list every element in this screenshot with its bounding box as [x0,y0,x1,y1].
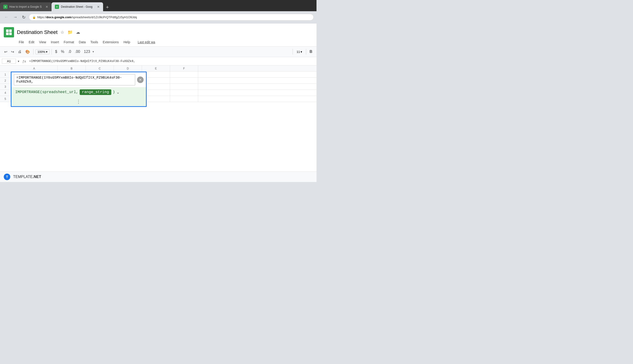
sheets-logo-grid [6,30,12,35]
tab-1[interactable]: + How to Import a Google S ✕ [0,2,52,11]
footer-brand-plain: TEMPLATE [13,175,33,179]
expand-icon[interactable]: ⌄ [116,90,119,94]
row-header-5: 5 [0,96,11,102]
toolbar-divider-2 [52,49,52,54]
dec-left-button[interactable]: .0 [67,49,72,55]
menu-file[interactable]: File [17,39,26,45]
bold-button[interactable]: B [308,49,314,55]
star-icon[interactable]: ☆ [60,30,64,35]
cell-f2[interactable] [170,78,198,84]
menu-data[interactable]: Data [77,39,88,45]
url-path: /spreadsheets/d/1Zc9tcPrQTPdtfgZz5yH1O9J… [71,16,137,19]
tab-1-close[interactable]: ✕ [46,5,48,9]
tab-2[interactable]: + Destination Sheet - Goog ✕ [52,2,103,11]
col-header-c: C [86,66,114,71]
formula-input-row: =IMPORTRANGE(1Y0sG5MYxmB8Io-NdQdIfItX_PZ… [12,72,146,88]
browser-window: + How to Import a Google S ✕ + Destinati… [0,0,316,182]
font-size-value: 11 [297,50,300,54]
header-icons: ☆ 📁 ☁ [60,30,80,35]
cell-f4[interactable] [170,90,198,96]
toolbar-divider-3 [293,49,293,54]
url-domain: docs.google.com [46,16,71,19]
cell-reference[interactable]: A1 [2,59,16,64]
footer-logo-letter: T [6,175,8,179]
formula-close-button[interactable]: ✕ [137,76,144,83]
redo-button[interactable]: ↪ [10,49,16,55]
font-size-dropdown-icon: ▾ [301,50,302,54]
dec-right-button[interactable]: .00 [74,49,82,55]
back-button[interactable]: ← [3,14,10,20]
reload-button[interactable]: ↻ [21,14,27,20]
formula-input-text[interactable]: =IMPORTRANGE(1Y0sG5MYxmB8Io-NdQdIfItX_PZ… [14,74,135,86]
cell-f3[interactable] [170,84,198,90]
formula-bar: A1 ▾ ƒx =IMPORTRANGE(1Y0sG5MYxmB8Io-NdQd… [0,57,316,66]
cloud-icon[interactable]: ☁ [76,30,80,35]
forward-button[interactable]: → [12,14,19,20]
column-headers: A B C D E F [0,66,316,72]
menu-bar: File Edit View Insert Format Data Tools … [0,39,316,46]
zoom-selector[interactable]: 100% ▾ [35,49,50,54]
toolbar-divider-1 [33,49,34,54]
format-dropdown-icon: ▾ [93,50,94,53]
tab-2-close[interactable]: ✕ [97,5,100,9]
formula-hint-prefix: IMPORTRANGE(spreadsheet_url, [15,90,78,94]
menu-edit[interactable]: Edit [27,39,36,45]
logo-cell-2 [9,30,12,32]
more-dots[interactable]: ⋮ [76,99,81,104]
footer-brand: TEMPLATE.NET [13,175,41,179]
sheets-app: Destination Sheet ☆ 📁 ☁ File Edit View I… [0,24,316,182]
col-header-e: E [142,66,170,71]
logo-cell-3 [6,32,9,35]
undo-button[interactable]: ↩ [3,49,9,55]
lock-icon: 🔒 [32,16,36,19]
menu-tools[interactable]: Tools [89,39,100,45]
tab-1-icon: + [3,5,8,9]
range-string-badge: range_string [80,89,111,95]
row-header-3: 3 [0,84,11,90]
sheets-title: Destination Sheet [17,29,58,35]
row-header-2: 2 [0,78,11,84]
footer-logo: T [4,174,10,180]
logo-cell-1 [6,30,9,32]
format-123-button[interactable]: 123 [82,49,92,55]
folder-icon[interactable]: 📁 [68,30,73,35]
currency-button[interactable]: $ [54,49,59,55]
formula-content: =IMPORTRANGE(1Y0sG5MYxmB8Io-NdQdIfItX_PZ… [29,60,135,63]
menu-insert[interactable]: Insert [49,39,61,45]
logo-cell-4 [9,32,12,35]
address-bar: ← → ↻ 🔒 https://docs.google.com/spreadsh… [0,11,316,24]
percent-button[interactable]: % [60,49,66,55]
menu-format[interactable]: Format [62,39,76,45]
menu-help[interactable]: Help [122,39,132,45]
col-header-b: B [58,66,86,71]
font-size-selector[interactable]: 11 ▾ [295,50,304,54]
last-edit[interactable]: Last edit wa [138,40,155,44]
cell-f1[interactable] [170,72,198,78]
toolbar-divider-4 [306,49,306,54]
url-text: https://docs.google.com/spreadsheets/d/1… [37,16,137,19]
row-header-1: 1 [0,72,11,78]
row-header-4: 4 [0,90,11,96]
col-header-f: F [170,66,198,71]
zoom-value: 100% [38,50,45,54]
url-bar[interactable]: 🔒 https://docs.google.com/spreadsheets/d… [29,14,314,20]
tab-2-icon: + [55,5,59,9]
print-button[interactable]: 🖨 [17,49,23,55]
footer: T TEMPLATE.NET [0,172,316,182]
menu-extensions[interactable]: Extensions [101,39,120,45]
formula-popup: =IMPORTRANGE(1Y0sG5MYxmB8Io-NdQdIfItX_PZ… [11,72,147,107]
new-tab-button[interactable]: + [103,4,112,10]
grid-area: A B C D E F 1 2 [0,66,316,172]
cell-f5[interactable] [170,96,198,102]
more-options-row: ⋮ [12,97,146,106]
menu-view[interactable]: View [37,39,48,45]
paint-format-button[interactable]: 🎨 [24,49,31,55]
zoom-dropdown-icon: ▾ [46,50,48,54]
formula-expand-icon[interactable]: ▾ [18,60,19,63]
url-protocol: https:// [37,16,46,19]
tab-bar: + How to Import a Google S ✕ + Destinati… [0,0,316,11]
sheets-header: Destination Sheet ☆ 📁 ☁ [0,24,316,39]
sheets-logo [4,27,14,38]
footer-brand-bold: .NET [33,175,41,179]
formula-hint-suffix: ) [113,90,115,94]
